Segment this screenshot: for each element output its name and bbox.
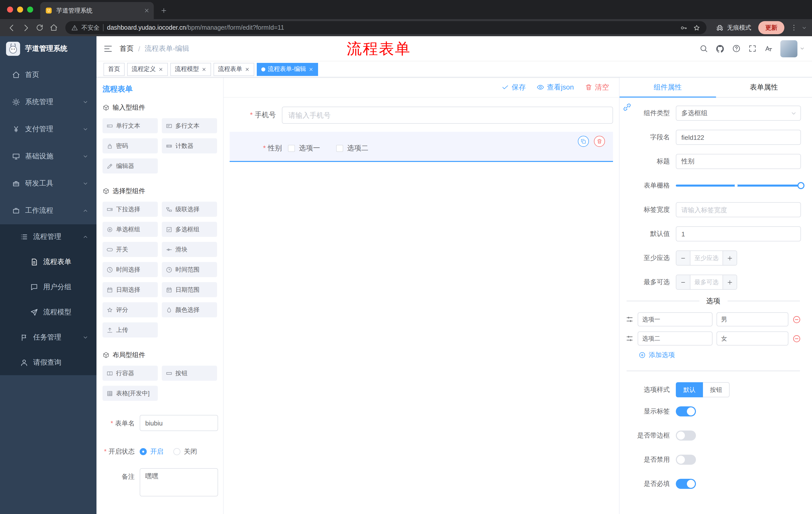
component-chip-switch[interactable]: 开关 — [103, 242, 158, 257]
zoom-window-button[interactable] — [27, 6, 33, 12]
back-button[interactable] — [5, 21, 18, 34]
new-tab-button[interactable] — [157, 3, 171, 18]
show-label-toggle[interactable] — [676, 406, 696, 416]
component-chip-table-dev[interactable]: 表格[开发中] — [103, 386, 158, 401]
form-field-gender-selected[interactable]: 性别 选项一 选项二 — [230, 132, 613, 162]
component-chip-date-picker[interactable]: 日期选择 — [103, 282, 158, 297]
tag-home[interactable]: 首页 — [104, 63, 125, 76]
component-chip-counter[interactable]: 计数器 — [162, 138, 217, 154]
remove-option-icon[interactable] — [792, 334, 801, 343]
tab-close-icon[interactable] — [144, 7, 150, 13]
tag-process-definition[interactable]: 流程定义 — [127, 63, 168, 76]
remove-option-icon[interactable] — [792, 315, 801, 324]
tag-process-form-edit[interactable]: 流程表单-编辑 — [257, 63, 318, 76]
field-name-input[interactable] — [676, 130, 801, 145]
fullscreen-icon[interactable] — [748, 44, 757, 53]
component-chip-date-range[interactable]: 日期范围 — [162, 282, 217, 297]
min-decrease-button[interactable] — [676, 251, 690, 265]
form-grid-slider[interactable] — [676, 178, 801, 193]
slider-handle[interactable] — [798, 182, 805, 189]
form-name-input[interactable] — [140, 415, 218, 431]
close-tag-icon[interactable] — [245, 66, 250, 72]
drag-handle-icon[interactable] — [626, 315, 634, 323]
component-chip-color-picker[interactable]: 颜色选择 — [162, 302, 217, 317]
view-json-button[interactable]: 查看json — [537, 83, 574, 92]
copy-component-button[interactable] — [578, 136, 589, 147]
component-chip-upload[interactable]: 上传 — [103, 322, 158, 337]
label-width-input[interactable] — [676, 202, 801, 217]
app-logo[interactable]: 芋道管理系统 — [0, 36, 96, 61]
reload-button[interactable] — [33, 21, 46, 34]
style-default-button[interactable]: 默认 — [676, 382, 703, 397]
sidebar-item-payment[interactable]: 支付管理 — [0, 116, 96, 143]
sidebar-item-process-manage[interactable]: 流程管理 — [0, 224, 96, 249]
component-chip-button[interactable]: 按钮 — [162, 366, 217, 381]
form-remark-textarea[interactable]: 嘿嘿 — [140, 468, 218, 496]
sidebar-item-task-manage[interactable]: 任务管理 — [0, 325, 96, 350]
sidebar-item-home[interactable]: 首页 — [0, 61, 96, 88]
gender-option-2-checkbox[interactable]: 选项二 — [336, 144, 368, 153]
save-button[interactable]: 保存 — [502, 83, 526, 92]
max-increase-button[interactable] — [723, 275, 736, 289]
checkbox-icon[interactable] — [288, 145, 295, 152]
component-chip-checkbox-group[interactable]: 多选框组 — [162, 222, 217, 237]
option-value-input[interactable] — [717, 331, 788, 346]
avatar[interactable] — [780, 40, 798, 57]
component-chip-time-range[interactable]: 时间范围 — [162, 262, 217, 277]
default-value-input[interactable] — [676, 226, 801, 241]
max-decrease-button[interactable] — [676, 275, 690, 289]
browser-tab[interactable]: 芋道管理系统 — [40, 2, 154, 19]
close-tag-icon[interactable] — [309, 66, 314, 72]
address-bar[interactable]: 不安全 dashboard.yudao.iocoder.cn/bpm/manag… — [65, 21, 706, 34]
browser-menu-icon[interactable] — [787, 21, 801, 34]
component-chip-select[interactable]: 下拉选择 — [103, 202, 158, 217]
sidebar-item-leave-query[interactable]: 请假查询 — [0, 350, 96, 375]
sidebar-toggle-button[interactable] — [104, 44, 113, 53]
component-chip-cascader[interactable]: 级联选择 — [162, 202, 217, 217]
search-icon[interactable] — [699, 44, 708, 53]
option-name-input[interactable] — [638, 312, 713, 326]
sidebar-item-infra[interactable]: 基础设施 — [0, 143, 96, 170]
docs-question-icon[interactable] — [732, 44, 741, 53]
component-chip-rate[interactable]: 评分 — [103, 302, 158, 317]
close-tag-icon[interactable] — [158, 66, 163, 72]
title-input[interactable] — [676, 154, 801, 169]
drag-handle-icon[interactable] — [626, 334, 634, 343]
close-tag-icon[interactable] — [202, 66, 206, 72]
min-increase-button[interactable] — [723, 251, 736, 265]
component-chip-radio-group[interactable]: 单选框组 — [103, 222, 158, 237]
tag-process-form[interactable]: 流程表单 — [213, 63, 254, 76]
sidebar-item-workflow[interactable]: 工作流程 — [0, 197, 96, 224]
component-chip-row-container[interactable]: 行容器 — [103, 366, 158, 381]
sidebar-item-process-model[interactable]: 流程模型 — [0, 300, 96, 325]
checkbox-icon[interactable] — [336, 145, 343, 152]
status-on-radio[interactable]: 开启 — [140, 447, 163, 456]
form-field-phone[interactable]: 手机号 — [230, 106, 613, 125]
component-chip-password[interactable]: 密码 — [103, 138, 158, 154]
font-size-icon[interactable] — [764, 44, 773, 53]
breadcrumb-item[interactable]: 首页 — [120, 44, 134, 53]
component-chip-editor[interactable]: 编辑器 — [103, 158, 158, 173]
required-toggle[interactable] — [676, 479, 696, 489]
tab-form-props[interactable]: 表单属性 — [716, 77, 812, 97]
github-icon[interactable] — [716, 44, 725, 53]
link-icon[interactable] — [622, 103, 632, 112]
forward-button[interactable] — [19, 21, 32, 34]
tab-component-props[interactable]: 组件属性 — [619, 77, 716, 97]
with-border-toggle[interactable] — [676, 431, 696, 440]
update-button[interactable]: 更新 — [758, 21, 784, 34]
sidebar-item-process-form[interactable]: 流程表单 — [0, 249, 96, 275]
close-window-button[interactable] — [7, 6, 13, 12]
add-option-button[interactable]: 添加选项 — [639, 351, 801, 360]
component-chip-single-line-text[interactable]: 单行文本 — [103, 118, 158, 133]
max-select-value[interactable]: 最多可选 — [690, 275, 723, 289]
disabled-toggle[interactable] — [676, 455, 696, 465]
bookmark-star-icon[interactable] — [693, 24, 700, 31]
component-chip-slider[interactable]: 滑块 — [162, 242, 217, 257]
home-button[interactable] — [47, 21, 60, 34]
component-type-select[interactable]: 多选框组 — [676, 106, 801, 121]
sidebar-item-system[interactable]: 系统管理 — [0, 88, 96, 116]
status-off-radio[interactable]: 关闭 — [173, 447, 197, 456]
clear-button[interactable]: 清空 — [585, 83, 609, 92]
gender-option-1-checkbox[interactable]: 选项一 — [288, 144, 320, 153]
